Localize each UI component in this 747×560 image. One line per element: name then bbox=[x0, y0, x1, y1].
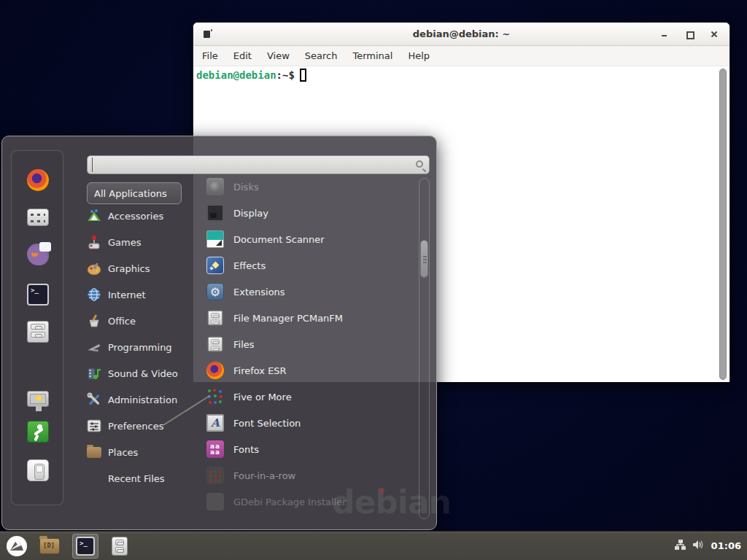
taskbar-tray: 01:06 bbox=[674, 539, 747, 553]
favorite-file-manager[interactable] bbox=[27, 321, 49, 343]
places-icon bbox=[87, 445, 101, 459]
document-scanner-icon bbox=[206, 230, 224, 248]
favorite-input-settings[interactable] bbox=[27, 209, 49, 226]
app-item-five-or-more[interactable]: Five or More bbox=[206, 385, 414, 408]
menu-search-input[interactable] bbox=[92, 158, 406, 172]
menu-search[interactable]: Search bbox=[305, 50, 338, 61]
menu-terminal[interactable]: Terminal bbox=[352, 50, 392, 61]
prompt-suffix: :~$ bbox=[276, 69, 295, 81]
input-settings-icon bbox=[27, 209, 49, 226]
search-icon bbox=[416, 160, 423, 168]
app-item-files[interactable]: Files bbox=[206, 332, 414, 356]
category-accessories[interactable]: Accessories bbox=[87, 206, 189, 226]
volume-icon[interactable] bbox=[692, 539, 705, 553]
favorite-shut-down[interactable] bbox=[27, 459, 49, 481]
category-places[interactable]: Places bbox=[87, 442, 189, 462]
category-preferences[interactable]: Preferences bbox=[87, 416, 189, 436]
internet-icon bbox=[87, 287, 101, 302]
category-recent-files[interactable]: Recent Files bbox=[87, 468, 189, 489]
app-item-display[interactable]: Display bbox=[206, 201, 414, 225]
close-icon[interactable] bbox=[709, 29, 719, 39]
terminal-scrollbar[interactable] bbox=[718, 68, 728, 381]
favorite-terminal[interactable]: >_ bbox=[27, 284, 49, 306]
extensions-icon bbox=[206, 283, 224, 300]
preferences-icon bbox=[87, 419, 101, 433]
apps-scrollbar[interactable] bbox=[419, 178, 430, 519]
app-item-effects[interactable]: Effects bbox=[206, 254, 414, 277]
terminal-menubar: File Edit View Search Terminal Help bbox=[193, 46, 729, 66]
app-item-fonts[interactable]: aaaa Fonts bbox=[206, 438, 414, 461]
fonts-icon: aaaa bbox=[206, 440, 224, 458]
games-icon bbox=[87, 235, 101, 249]
application-menu: debian >_ All Applications bbox=[1, 136, 437, 530]
category-games[interactable]: Games bbox=[87, 232, 189, 252]
network-icon[interactable] bbox=[674, 539, 686, 553]
category-graphics[interactable]: Graphics bbox=[87, 258, 189, 279]
category-all-applications[interactable]: All Applications bbox=[87, 182, 182, 204]
recent-files-spacer bbox=[87, 471, 101, 486]
terminal-titlebar[interactable]: debian@debian: ~ bbox=[193, 23, 729, 46]
category-administration[interactable]: Administration bbox=[87, 389, 189, 410]
programming-icon bbox=[87, 340, 101, 354]
category-sound-video[interactable]: Sound & Video bbox=[87, 363, 189, 384]
shut-down-icon bbox=[27, 459, 49, 481]
scrollbar-grip bbox=[423, 256, 427, 263]
favorite-log-out[interactable] bbox=[27, 421, 49, 443]
five-or-more-icon bbox=[206, 388, 224, 405]
gdebi-icon bbox=[206, 493, 224, 510]
menu-file[interactable]: File bbox=[202, 50, 218, 61]
pidgin-icon bbox=[27, 244, 49, 265]
menu-edit[interactable]: Edit bbox=[233, 50, 252, 61]
files-icon bbox=[206, 335, 224, 353]
office-icon bbox=[87, 314, 101, 328]
category-internet[interactable]: Internet bbox=[87, 284, 189, 305]
firefox-esr-icon bbox=[206, 362, 224, 379]
display-icon bbox=[206, 204, 224, 222]
app-item-gdebi-package-installer[interactable]: GDebi Package Installer bbox=[206, 490, 414, 513]
app-item-four-in-a-row[interactable]: Four-in-a-row bbox=[206, 464, 414, 487]
menu-help[interactable]: Help bbox=[408, 50, 430, 61]
favorite-pidgin[interactable] bbox=[27, 244, 49, 265]
app-item-font-selection[interactable]: A Font Selection bbox=[206, 411, 414, 435]
lock-screen-icon bbox=[27, 391, 49, 407]
app-item-document-scanner[interactable]: Document Scanner bbox=[206, 228, 414, 251]
file-manager-icon bbox=[206, 309, 224, 327]
taskbar-menu-button[interactable] bbox=[6, 535, 28, 557]
terminal-window-icon bbox=[204, 31, 210, 38]
category-programming[interactable]: Programming bbox=[87, 337, 189, 357]
app-item-extensions[interactable]: Extensions bbox=[206, 280, 414, 303]
font-selection-icon: A bbox=[206, 414, 224, 432]
app-item-file-manager-pcmanfm[interactable]: File Manager PCManFM bbox=[206, 306, 414, 330]
file-manager-task-icon bbox=[112, 537, 128, 556]
terminal-icon: >_ bbox=[27, 284, 49, 306]
taskbar-file-manager-button[interactable] bbox=[107, 534, 133, 559]
app-item-firefox-esr[interactable]: Firefox ESR bbox=[206, 359, 414, 382]
menu-view[interactable]: View bbox=[267, 50, 290, 61]
effects-icon bbox=[206, 257, 224, 274]
terminal-task-icon: >_ bbox=[76, 537, 95, 556]
administration-icon bbox=[87, 392, 101, 407]
window-title: debian@debian: ~ bbox=[413, 28, 510, 39]
category-office[interactable]: Office bbox=[87, 311, 189, 331]
terminal-scrollbar-thumb[interactable] bbox=[719, 69, 727, 380]
prompt-user: debian@debian bbox=[196, 69, 276, 81]
firefox-icon bbox=[27, 169, 49, 191]
taskbar-clock[interactable]: 01:06 bbox=[711, 540, 741, 551]
minimize-icon[interactable] bbox=[659, 29, 670, 39]
log-out-icon bbox=[27, 421, 49, 443]
favorite-lock-screen[interactable] bbox=[27, 391, 49, 413]
sound-video-icon bbox=[87, 366, 101, 381]
apps-scrollbar-thumb[interactable] bbox=[420, 240, 428, 278]
folder-d-mark: [D] bbox=[43, 542, 55, 549]
graphics-icon bbox=[87, 261, 101, 276]
taskbar-desktop-folder-button[interactable]: [D] bbox=[39, 538, 60, 554]
desktop: debian@debian: ~ File Edit View Search T… bbox=[0, 0, 747, 560]
terminal-prompt: debian@debian:~$ bbox=[196, 69, 306, 82]
app-item-disks[interactable]: Disks bbox=[206, 175, 414, 198]
favorite-firefox[interactable] bbox=[27, 169, 49, 191]
maximize-icon[interactable] bbox=[684, 29, 694, 39]
four-in-a-row-icon bbox=[206, 467, 224, 484]
disks-icon bbox=[206, 178, 224, 195]
taskbar-terminal-button[interactable]: >_ bbox=[72, 534, 98, 559]
menu-search-box[interactable] bbox=[87, 155, 430, 174]
